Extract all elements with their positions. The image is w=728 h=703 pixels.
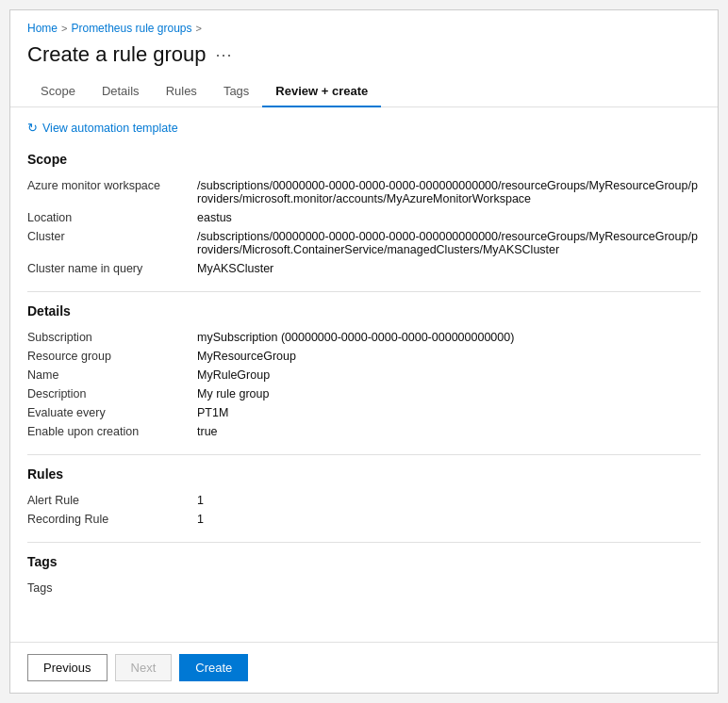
content-area: ↻ View automation template Scope Azure m…: [10, 107, 718, 642]
details-section-title: Details: [27, 303, 701, 319]
field-label: Enable upon creation: [27, 422, 197, 441]
more-options-button[interactable]: ···: [216, 45, 233, 65]
create-button[interactable]: Create: [179, 654, 248, 681]
field-value: MyRuleGroup: [197, 366, 701, 384]
table-row: Cluster name in query MyAKSCluster: [27, 259, 701, 278]
field-label: Tags: [27, 579, 197, 597]
view-automation-link[interactable]: ↻ View automation template: [27, 121, 701, 135]
field-label: Name: [27, 366, 197, 384]
table-row: Alert Rule 1: [27, 491, 701, 510]
field-label: Alert Rule: [27, 491, 197, 510]
field-value: PT1M: [197, 403, 701, 422]
breadcrumb: Home > Prometheus rule groups >: [10, 10, 718, 39]
field-value: true: [197, 422, 701, 441]
breadcrumb-prometheus[interactable]: Prometheus rule groups: [71, 22, 191, 35]
tags-section-title: Tags: [27, 554, 701, 569]
tab-review-create[interactable]: Review + create: [262, 76, 381, 107]
table-row: Enable upon creation true: [27, 422, 701, 441]
breadcrumb-sep2: >: [196, 23, 202, 34]
footer: Previous Next Create: [10, 642, 718, 693]
field-label: Subscription: [27, 328, 197, 347]
field-value: MyResourceGroup: [197, 347, 701, 366]
field-label: Location: [27, 208, 197, 227]
scope-table: Azure monitor workspace /subscriptions/0…: [27, 176, 701, 278]
table-row: Azure monitor workspace /subscriptions/0…: [27, 176, 701, 208]
breadcrumb-sep1: >: [61, 23, 67, 34]
scope-section-title: Scope: [27, 152, 701, 167]
field-label: Cluster name in query: [27, 259, 197, 278]
field-value: mySubscription (00000000-0000-0000-0000-…: [197, 328, 701, 347]
tab-tags[interactable]: Tags: [210, 76, 262, 107]
table-row: Location eastus: [27, 208, 701, 227]
tabs-bar: Scope Details Rules Tags Review + create: [10, 76, 718, 107]
table-row: Recording Rule 1: [27, 510, 701, 529]
breadcrumb-home[interactable]: Home: [27, 22, 58, 35]
field-value: /subscriptions/00000000-0000-0000-0000-0…: [197, 176, 701, 208]
table-row: Tags: [27, 579, 701, 597]
divider: [27, 454, 701, 455]
tags-table: Tags: [27, 579, 701, 597]
field-value: 1: [197, 510, 701, 529]
table-row: Resource group MyResourceGroup: [27, 347, 701, 366]
rules-section-title: Rules: [27, 466, 701, 482]
next-button[interactable]: Next: [115, 654, 173, 681]
rules-table: Alert Rule 1 Recording Rule 1: [27, 491, 701, 529]
details-table: Subscription mySubscription (00000000-00…: [27, 328, 701, 441]
field-label: Resource group: [27, 347, 197, 366]
tab-scope[interactable]: Scope: [27, 76, 89, 107]
table-row: Name MyRuleGroup: [27, 366, 701, 384]
divider: [27, 291, 701, 292]
page-header: Create a rule group ···: [10, 39, 718, 76]
table-row: Cluster /subscriptions/00000000-0000-000…: [27, 227, 701, 259]
tab-details[interactable]: Details: [89, 76, 153, 107]
table-row: Evaluate every PT1M: [27, 403, 701, 422]
field-label: Evaluate every: [27, 403, 197, 422]
field-value: MyAKSCluster: [197, 259, 701, 278]
divider: [27, 542, 701, 543]
field-label: Cluster: [27, 227, 197, 259]
field-value: 1: [197, 491, 701, 510]
automation-icon: ↻: [27, 121, 38, 135]
previous-button[interactable]: Previous: [27, 654, 108, 681]
field-label: Recording Rule: [27, 510, 197, 529]
field-value: [197, 579, 701, 597]
field-value: /subscriptions/00000000-0000-0000-0000-0…: [197, 227, 701, 259]
automation-link-label: View automation template: [42, 122, 178, 135]
table-row: Subscription mySubscription (00000000-00…: [27, 328, 701, 347]
tab-rules[interactable]: Rules: [153, 76, 210, 107]
field-value: My rule group: [197, 384, 701, 403]
field-label: Azure monitor workspace: [27, 176, 197, 208]
table-row: Description My rule group: [27, 384, 701, 403]
field-label: Description: [27, 384, 197, 403]
page-title: Create a rule group: [27, 42, 207, 67]
field-value: eastus: [197, 208, 701, 227]
